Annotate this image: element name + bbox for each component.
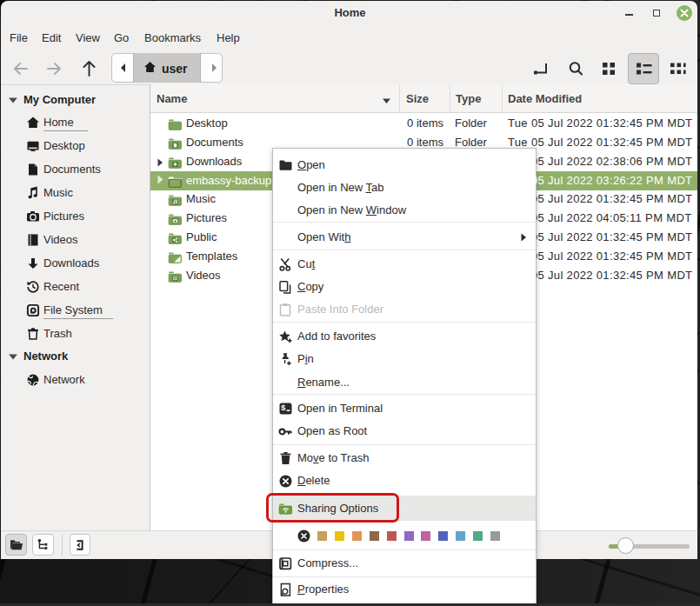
svg-text:$: $ [281, 403, 285, 412]
